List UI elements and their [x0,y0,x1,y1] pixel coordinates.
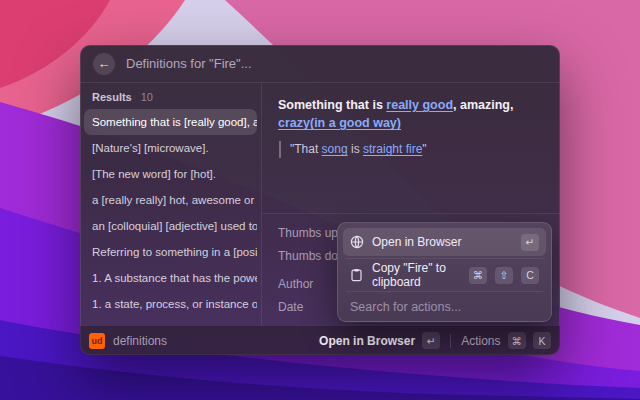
popover-divider [346,291,543,292]
inline-link[interactable]: (in a good way) [310,116,401,130]
action-copy-to-clipboard[interactable]: Copy "Fire" to clipboard ⌘ ⇧ C [343,261,546,289]
actions-search [343,294,546,320]
k-key-badge: K [533,332,551,349]
inline-text: Something that is [278,98,386,112]
results-header: Results 10 [84,89,257,109]
return-key-badge: ↵ [521,234,539,251]
shift-key-badge: ⇧ [495,267,513,284]
command-name: definitions [113,334,167,348]
return-key-badge: ↵ [422,332,440,349]
action-label: Copy "Fire" to clipboard [372,261,461,289]
list-item[interactable]: [The new word] for [hot]. [84,161,257,187]
inline-text: is [348,142,363,156]
inline-text: "That [290,142,322,156]
urban-dictionary-app-icon: ud [89,333,105,349]
inline-text: , amazing, [453,98,513,112]
window-title: Definitions for "Fire"... [126,56,252,71]
list-item[interactable]: When yelled, [clears] out a [crowded... [84,317,257,325]
list-item[interactable]: an [colloquial] [adjective] used to de..… [84,213,257,239]
primary-action-button[interactable]: Open in Browser [319,334,415,348]
list-item[interactable]: Something that is [really good], ama... [84,109,257,135]
definition-detail: Something that is really good, amazing, … [262,83,560,213]
action-open-in-browser[interactable]: Open in Browser ↵ [343,228,546,256]
back-button[interactable]: ← [93,53,115,75]
inline-link[interactable]: crazy [278,116,310,130]
command-key-badge: ⌘ [508,332,527,349]
raycast-window: ← Definitions for "Fire"... Results 10 S… [80,45,560,355]
results-section-label: Results [92,91,132,103]
list-item[interactable]: Referring to something in a [positive... [84,239,257,265]
inline-link[interactable]: really good [386,98,453,112]
inline-link[interactable]: straight fire [363,142,422,156]
clipboard-icon [350,268,364,282]
action-label: Open in Browser [372,235,461,249]
example-quote: "That song is straight fire" [279,141,546,158]
list-item[interactable]: [Nature's] [microwave]. [84,135,257,161]
definition-text: Something that is really good, amazing, … [278,96,546,132]
list-item[interactable]: 1. A substance that has the power t... [84,265,257,291]
footer-bar: ud definitions Open in Browser ↵ Actions… [80,325,560,355]
globe-icon [350,235,364,249]
inline-text: " [422,142,426,156]
window-header: ← Definitions for "Fire"... [80,45,560,83]
actions-popover: Open in Browser ↵ Copy "Fire" to clipboa… [337,222,552,322]
list-item[interactable]: 1. a state, process, or instance of [co.… [84,291,257,317]
actions-button[interactable]: Actions [461,334,500,348]
inline-link[interactable]: song [322,142,348,156]
results-list-pane: Results 10 Something that is [really goo… [80,83,262,325]
actions-search-input[interactable] [350,300,539,314]
footer-separator [450,334,451,348]
back-arrow-icon: ← [98,53,111,75]
results-count: 10 [141,91,153,103]
command-key-badge: ⌘ [469,267,487,284]
c-key-badge: C [521,267,539,284]
list-item[interactable]: a [really really] hot, awesome or ama... [84,187,257,213]
footer-actions: Open in Browser ↵ Actions ⌘ K [319,332,551,349]
popover-divider [346,258,543,259]
